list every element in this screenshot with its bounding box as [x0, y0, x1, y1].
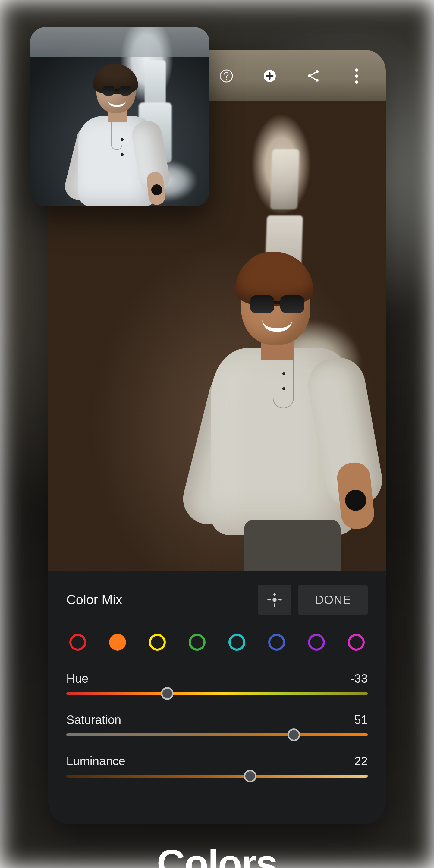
- luminance-thumb[interactable]: [244, 770, 256, 782]
- saturation-track[interactable]: [66, 733, 368, 736]
- slider-value: 51: [354, 713, 368, 727]
- target-adjust-button[interactable]: [258, 585, 291, 615]
- swatch-green[interactable]: [189, 634, 206, 651]
- add-icon[interactable]: [261, 68, 278, 84]
- swatch-yellow[interactable]: [149, 634, 166, 651]
- swatch-magenta[interactable]: [348, 634, 365, 651]
- svg-point-6: [273, 598, 277, 602]
- photo-subject: [205, 258, 362, 571]
- swatch-orange[interactable]: [109, 634, 126, 651]
- slider-label: Hue: [66, 672, 88, 685]
- hue-track[interactable]: [66, 692, 368, 695]
- more-icon[interactable]: [348, 68, 365, 84]
- color-swatch-row: [69, 634, 365, 651]
- photo-waterfall: [270, 149, 300, 210]
- swatch-red[interactable]: [69, 634, 86, 651]
- panel-title: Color Mix: [66, 592, 258, 607]
- swatch-aqua[interactable]: [228, 634, 245, 651]
- slider-value: -33: [350, 672, 368, 685]
- hue-slider: Hue -33: [66, 672, 368, 695]
- promo-caption: Colors: [0, 841, 434, 868]
- slider-label: Luminance: [66, 754, 125, 768]
- original-photo-thumbnail[interactable]: [30, 27, 210, 207]
- swatch-blue[interactable]: [268, 634, 285, 651]
- luminance-slider: Luminance 22: [66, 754, 368, 778]
- hue-thumb[interactable]: [161, 687, 174, 700]
- slider-label: Saturation: [66, 713, 121, 727]
- saturation-thumb[interactable]: [287, 728, 300, 741]
- done-button[interactable]: DONE: [299, 585, 368, 615]
- svg-point-1: [226, 79, 227, 80]
- slider-value: 22: [354, 754, 368, 768]
- swatch-purple[interactable]: [308, 634, 325, 651]
- share-icon[interactable]: [305, 68, 321, 84]
- luminance-track[interactable]: [66, 775, 368, 778]
- help-icon[interactable]: [218, 68, 235, 84]
- saturation-slider: Saturation 51: [66, 713, 368, 736]
- color-mix-panel: Color Mix DONE Hue -33 Saturation: [48, 571, 386, 824]
